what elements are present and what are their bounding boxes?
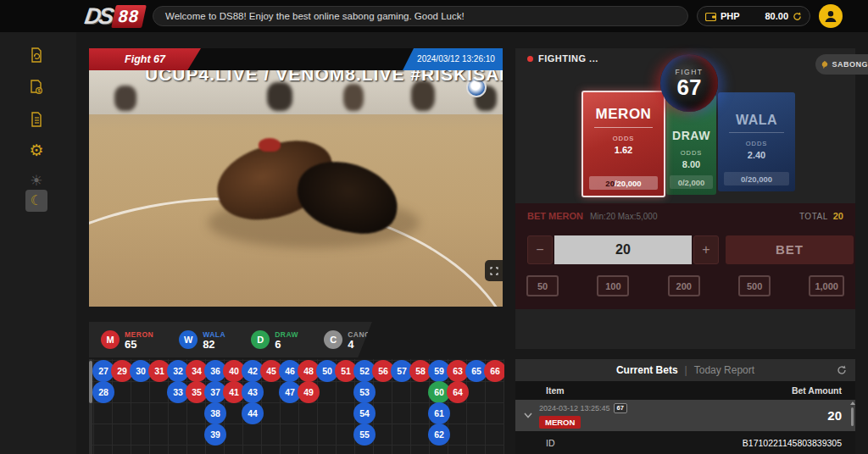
user-avatar[interactable] [819, 4, 843, 28]
video-frame: UCUP4.LIVE / VENOM8.LIVE #RISKISAN [89, 70, 503, 307]
stat-wala: W WALA 82 [179, 330, 225, 350]
logo-monogram: DS [83, 3, 114, 30]
grid-scrollbar-thumb[interactable] [89, 361, 92, 403]
logo-suffix: 88 [111, 5, 147, 28]
trend-cell: 55 [353, 424, 376, 446]
bet-row[interactable]: 2024-03-12 13:25:45 67 MERON 20 [515, 400, 855, 431]
trend-cell: 39 [204, 424, 226, 446]
meron-bubble: M [101, 330, 120, 349]
trend-cell: 54 [353, 402, 376, 424]
draw-bubble: D [251, 330, 270, 349]
fullscreen-icon [490, 267, 498, 275]
bet-target-label: BET MERON [527, 211, 583, 221]
wala-pool: 0/20,000 [724, 172, 789, 185]
ds88-logo[interactable]: DS 88 [85, 3, 144, 30]
fight-number-badge: Fight 67 [89, 48, 201, 70]
wallet-currency: PHP [721, 11, 740, 21]
bet-time: 2024-03-12 13:25:45 [539, 404, 610, 412]
fight-status: FIGHTING ... [527, 53, 598, 64]
video-header: Fight 67 2024/03/12 13:26:10 [89, 48, 503, 70]
decrease-bet-button[interactable]: − [527, 235, 553, 264]
chip-50[interactable]: 50 [526, 275, 559, 296]
trend-cell: 61 [428, 402, 450, 424]
refresh-bets-icon[interactable] [837, 365, 847, 375]
trend-cell: 49 [298, 381, 320, 403]
trend-cell: 62 [428, 424, 450, 446]
light-mode-icon[interactable]: ☀ [25, 169, 47, 191]
chip-100[interactable]: 100 [597, 275, 629, 296]
bet-id-row: ID B1710221145803839305 [515, 431, 855, 454]
wallet-pill[interactable]: PHP 80.00 [697, 6, 810, 26]
stream-watermark-text: UCUP4.LIVE / VENOM8.LIVE #RISKISAN [145, 70, 503, 85]
fullscreen-button[interactable] [485, 260, 503, 281]
bet-amount-input[interactable]: 20 [554, 235, 692, 264]
bet-records-icon[interactable]: $ [25, 76, 47, 98]
tab-today-report[interactable]: Today Report [694, 364, 754, 376]
top-bar: DS 88 Welcome to DS88! Enjoy the best on… [0, 0, 868, 32]
rooster-comb [259, 138, 281, 152]
bet-id-value: B1710221145803839305 [743, 438, 842, 448]
increase-bet-button[interactable]: + [693, 235, 719, 264]
result-stats-bar: M MERON 65 W WALA 82 D DRAW 6 C CANCEL 4 [89, 322, 372, 357]
live-video-panel: Fight 67 2024/03/12 13:26:10 UCUP4.LIVE … [89, 48, 503, 307]
bet-side-badge: MERON [539, 416, 581, 429]
video-timestamp-badge: 2024/03/12 13:26:10 [403, 48, 503, 70]
trend-cell: 38 [204, 402, 226, 424]
app: DS 88 Welcome to DS88! Enjoy the best on… [0, 0, 868, 454]
bet-controls: BET MERON Min:20 Max:5,000 TOTAL 20 − 20… [515, 203, 855, 309]
scroll-up-icon[interactable] [850, 401, 855, 405]
dark-mode-icon[interactable]: ☾ [25, 190, 47, 212]
wallet-balance: 80.00 [765, 11, 788, 21]
bet-meta: 2024-03-12 13:25:45 67 MERON [539, 403, 627, 429]
wala-bet-card[interactable]: WALA ODDS 2.40 0/20,000 [718, 92, 795, 191]
chip-1000[interactable]: 1,000 [809, 275, 844, 296]
betting-history-icon[interactable] [25, 44, 47, 66]
fight-number-circle: FIGHT 67 [660, 54, 718, 112]
chevron-down-icon[interactable] [524, 412, 532, 418]
total-value: 20 [833, 211, 843, 221]
meron-pool: 20/20,000 [589, 176, 658, 190]
rooster-icon [821, 58, 828, 71]
stat-cancel: C CANCEL 4 [324, 330, 380, 350]
quick-chips: 50 100 200 500 1,000 [515, 275, 855, 296]
bets-scrollbar [851, 401, 854, 429]
stat-meron: M MERON 65 [101, 330, 153, 350]
reports-icon[interactable] [25, 108, 47, 130]
trend-grid: 2728293031323334353637383940414243444546… [89, 359, 504, 454]
sabong-provider-chip[interactable]: SABONG [815, 54, 868, 75]
bets-scrollbar-thumb[interactable] [851, 407, 854, 426]
bet-header: BET MERON Min:20 Max:5,000 TOTAL 20 [515, 203, 855, 221]
tab-current-bets[interactable]: Current Bets [616, 364, 678, 376]
trend-cell: 66 [484, 360, 504, 382]
bets-tabs: Current Bets | Today Report [515, 359, 855, 381]
refresh-balance-icon[interactable] [793, 12, 802, 21]
settings-icon[interactable]: ⚙ [25, 139, 47, 161]
trend-cell: 28 [92, 381, 114, 403]
bet-limits: Min:20 Max:5,000 [590, 212, 658, 221]
chip-500[interactable]: 500 [738, 275, 771, 296]
trend-cell: 44 [242, 402, 264, 424]
cancel-bubble: C [324, 330, 342, 349]
trend-cell: 43 [242, 381, 264, 403]
stat-draw: D DRAW 6 [251, 330, 298, 350]
wala-bubble: W [179, 330, 198, 349]
meron-bet-card[interactable]: MERON ODDS 1.62 20/20,000 [581, 91, 665, 197]
left-sidebar: $ ⚙ ☀ ☾ [0, 32, 76, 454]
bet-amount-value: 20 [827, 408, 842, 423]
svg-text:$: $ [37, 88, 40, 93]
draw-pool: 0/2,000 [670, 175, 712, 189]
wallet-icon [705, 12, 716, 21]
live-dot-icon [527, 56, 533, 62]
person-icon [823, 8, 838, 24]
bet-stepper: − 20 + [527, 235, 719, 264]
trend-cell: 64 [447, 381, 469, 403]
welcome-marquee: Welcome to DS88! Enjoy the best online s… [153, 6, 688, 26]
current-bets-panel: Current Bets | Today Report Item Bet Amo… [515, 359, 855, 454]
total-label: TOTAL [799, 212, 828, 221]
bet-fight-number-badge: 67 [614, 403, 627, 413]
chip-200[interactable]: 200 [668, 275, 700, 296]
bet-button[interactable]: BET [726, 235, 854, 264]
trend-cell: 53 [353, 381, 376, 403]
bets-column-headers: Item Bet Amount [515, 381, 855, 400]
